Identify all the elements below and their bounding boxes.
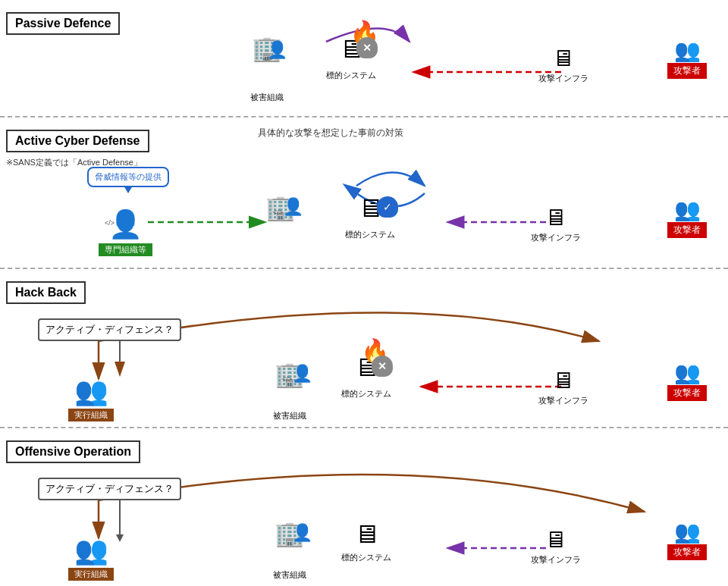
s3-exec-org: 👥 実行組織	[68, 375, 114, 421]
svg-marker-17	[116, 534, 124, 542]
s4-attack-infra: 🖥 攻撃インフラ	[531, 527, 581, 566]
hack-back-section: Hack Back アクティブ・ディフェンス？ 👥 実行組織 🏢 👤	[0, 269, 728, 428]
s2-victim-person: 🏢 👤 </>	[265, 193, 296, 222]
s3-shield-gray-icon: ✕	[372, 356, 393, 377]
s3-attacker-label: 攻撃者	[667, 385, 707, 401]
shield-gray-icon: ✕	[356, 37, 378, 58]
offensive-operation-section: Offensive Operation アクティブ・ディフェンス？ 👥 実行組織	[0, 428, 728, 586]
s3-attack-infra: 🖥 攻撃インフラ	[538, 368, 588, 406]
s3-infra-label: 攻撃インフラ	[538, 395, 588, 406]
s3-target-system: 🔥 🖥 ✕ 標的システム	[341, 353, 391, 400]
s2-attack-infra: 🖥 攻撃インフラ	[531, 205, 581, 243]
active-cyber-defense-section: Active Cyber Defense ※SANS定義では「Active De…	[0, 118, 728, 269]
s2-attacker-group-icon: 👥	[674, 197, 701, 222]
s3-attacker: 👥 攻撃者	[667, 360, 707, 401]
s2-attacker: 👥 攻撃者	[667, 197, 707, 238]
s2-target-label: 標的システム	[345, 229, 395, 240]
s1-infra-label: 攻撃インフラ	[538, 73, 588, 84]
s4-person-icon: 👤	[292, 523, 312, 543]
s3-victim-org: 🏢 👤 </> 被害組織	[273, 360, 306, 421]
s2-infra-label: 攻撃インフラ	[531, 232, 581, 243]
threat-info-bubble: 脅威情報等の提供	[87, 167, 169, 187]
s2-attacker-label: 攻撃者	[667, 222, 707, 238]
passive-defence-section: Passive Defence	[0, 0, 728, 118]
s4-victim-org: 🏢 👤 被害組織	[273, 519, 306, 581]
s4-servers-icon: 🖥	[353, 519, 379, 549]
s3-question-box: アクティブ・ディフェンス？	[38, 318, 181, 341]
s1-target-label: 標的システム	[326, 70, 376, 81]
s3-exec-icon: 👥	[74, 375, 108, 407]
s3-person-icon: 👤	[292, 364, 312, 384]
s2-infra-servers-icon: 🖥	[544, 205, 567, 230]
s2-person-icon: 👤	[283, 197, 303, 217]
s3-infra-servers-icon: 🖥	[552, 368, 575, 393]
expert-label: 専門組織等	[99, 243, 152, 256]
attacker-group-icon: 👥	[674, 38, 701, 63]
s1-target-system: 🔥 🖥 ✕ 標的システム	[326, 34, 376, 81]
s1-infra-servers-icon: 🖥	[552, 45, 575, 71]
s3-victim-label: 被害組織	[273, 410, 306, 421]
s1-attacker: 👥 攻撃者	[667, 38, 707, 79]
s4-exec-label: 実行組織	[68, 568, 114, 581]
s2-target-system: 🖥 ✓ 標的システム	[345, 193, 395, 240]
s3-target-label: 標的システム	[341, 388, 391, 400]
s1-attacker-label: 攻撃者	[667, 63, 707, 79]
s4-attacker-group-icon: 👥	[674, 519, 701, 544]
s1-victim-label: 被害組織	[250, 92, 284, 103]
s1-victim-org: 🏢 👤 </> 被害組織	[250, 34, 284, 103]
preemptive-annotation: 具体的な攻撃を想定した事前の対策	[258, 127, 403, 139]
s3-active-q-label: アクティブ・ディフェンス？	[38, 318, 181, 341]
s4-target-system: 🖥 標的システム	[341, 519, 391, 563]
s4-victim-label: 被害組織	[273, 569, 306, 581]
s4-exec-org: 👥 実行組織	[68, 534, 114, 581]
s3-exec-label: 実行組織	[68, 409, 114, 421]
s4-active-q-label: アクティブ・ディフェンス？	[38, 478, 181, 500]
s4-target-label: 標的システム	[341, 552, 391, 563]
s1-attack-infra: 🖥 攻撃インフラ	[538, 45, 588, 84]
shield-blue-icon: ✓	[377, 196, 398, 218]
s4-infra-servers-icon: 🖥	[544, 527, 567, 553]
s4-question-box: アクティブ・ディフェンス？	[38, 478, 181, 500]
s4-infra-label: 攻撃インフラ	[531, 554, 581, 566]
s4-exec-icon: 👥	[74, 534, 108, 566]
s3-attacker-group-icon: 👥	[674, 360, 701, 385]
s2-expert-org: 👤 </> 専門組織等	[99, 208, 152, 256]
s4-attacker: 👥 攻撃者	[667, 519, 707, 560]
s4-attacker-label: 攻撃者	[667, 544, 707, 560]
